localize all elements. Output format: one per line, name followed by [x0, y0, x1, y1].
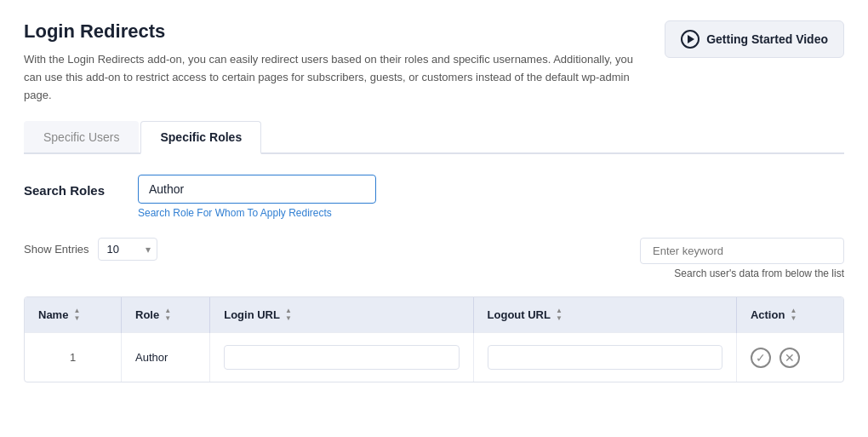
keyword-search-input[interactable] — [640, 238, 844, 264]
tab-specific-users[interactable]: Specific Users — [24, 121, 139, 152]
action-icons: ✓ ✕ — [751, 348, 830, 368]
tabs-row: Specific Users Specific Roles — [24, 121, 844, 154]
sort-icons-login: ▲ ▼ — [285, 308, 292, 322]
sort-up-icon: ▲ — [164, 308, 171, 314]
login-url-input[interactable] — [224, 345, 459, 370]
page-description: With the Login Redirects add-on, you can… — [24, 51, 637, 104]
search-roles-input-group: Search Role For Whom To Apply Redirects — [138, 175, 376, 219]
data-table-container: Name ▲ ▼ Role ▲ ▼ — [24, 296, 844, 382]
getting-started-button[interactable]: Getting Started Video — [665, 20, 844, 58]
sort-icons-name: ▲ ▼ — [73, 308, 80, 322]
col-action[interactable]: Action ▲ ▼ — [736, 297, 843, 333]
search-roles-label: Search Roles — [24, 175, 117, 198]
row-role: Author — [122, 333, 210, 382]
play-icon — [681, 30, 700, 49]
sort-down-icon: ▼ — [790, 315, 797, 322]
col-role[interactable]: Role ▲ ▼ — [122, 297, 210, 333]
tab-specific-roles[interactable]: Specific Roles — [140, 121, 261, 154]
sort-down-icon: ▼ — [73, 315, 80, 322]
sort-down-icon: ▼ — [164, 315, 171, 322]
sort-up-icon: ▲ — [73, 308, 80, 314]
sort-up-icon: ▲ — [790, 308, 797, 314]
sort-icons-role: ▲ ▼ — [164, 308, 171, 322]
col-name[interactable]: Name ▲ ▼ — [25, 297, 122, 333]
controls-row: Show Entries 10 25 50 100 ▾ Search user'… — [24, 238, 844, 279]
sort-up-icon: ▲ — [285, 308, 292, 314]
show-entries-group: Show Entries 10 25 50 100 ▾ — [24, 238, 157, 261]
data-table: Name ▲ ▼ Role ▲ ▼ — [25, 297, 843, 382]
row-number: 1 — [25, 333, 122, 382]
col-logout-url[interactable]: Logout URL ▲ ▼ — [473, 297, 736, 333]
sort-icons-action: ▲ ▼ — [790, 308, 797, 322]
search-roles-row: Search Roles Search Role For Whom To App… — [24, 175, 844, 219]
action-save-button[interactable]: ✓ — [751, 348, 771, 368]
page-title: Login Redirects — [24, 20, 637, 43]
keyword-search-hint: Search user's data from below the list — [674, 267, 844, 279]
play-triangle — [688, 35, 694, 43]
sort-down-icon: ▼ — [285, 315, 292, 322]
show-entries-select[interactable]: 10 25 50 100 — [98, 238, 157, 261]
action-cancel-button[interactable]: ✕ — [779, 348, 800, 368]
show-entries-label: Show Entries — [24, 243, 89, 256]
row-login-url — [210, 333, 473, 382]
search-roles-input[interactable] — [138, 175, 376, 204]
sort-down-icon: ▼ — [556, 315, 562, 322]
show-entries-select-wrapper: 10 25 50 100 ▾ — [98, 238, 157, 261]
row-logout-url — [473, 333, 736, 382]
table-header-row: Name ▲ ▼ Role ▲ ▼ — [25, 297, 843, 333]
search-roles-hint: Search Role For Whom To Apply Redirects — [138, 207, 376, 219]
col-login-url[interactable]: Login URL ▲ ▼ — [210, 297, 473, 333]
row-action: ✓ ✕ — [736, 333, 843, 382]
getting-started-label: Getting Started Video — [706, 32, 828, 46]
sort-icons-logout: ▲ ▼ — [556, 308, 562, 322]
table-row: 1 Author ✓ ✕ — [25, 333, 843, 382]
logout-url-input[interactable] — [488, 345, 722, 370]
keyword-search-group: Search user's data from below the list — [640, 238, 844, 279]
sort-up-icon: ▲ — [556, 308, 562, 314]
